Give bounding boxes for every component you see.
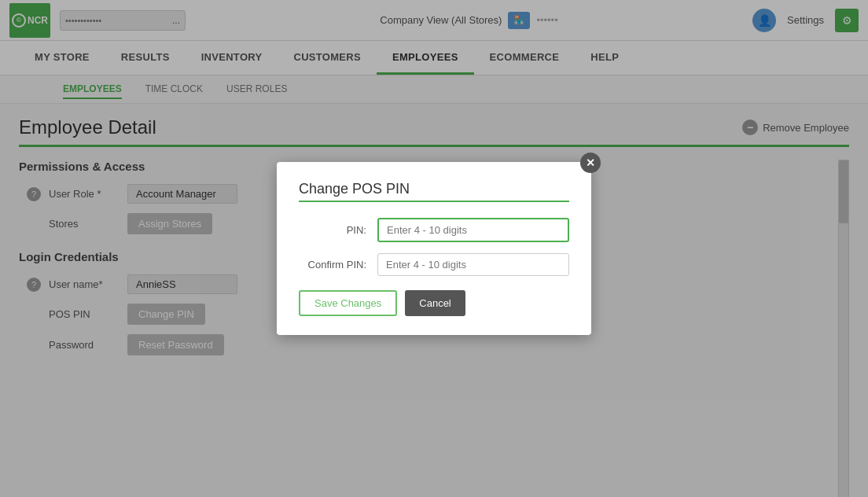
confirm-pin-input[interactable] [377,253,569,276]
modal-buttons: Save Changes Cancel [299,290,569,316]
modal-confirm-pin-label: Confirm PIN: [299,259,377,271]
modal-confirm-pin-row: Confirm PIN: [299,253,569,276]
modal-close-button[interactable]: ✕ [580,153,601,173]
modal-pin-label: PIN: [299,224,377,236]
change-pin-modal: ✕ Change POS PIN PIN: Confirm PIN: Save … [277,162,591,335]
pin-input[interactable] [377,218,569,242]
modal-overlay: ✕ Change POS PIN PIN: Confirm PIN: Save … [0,0,868,497]
modal-title-divider [299,201,569,202]
modal-save-button[interactable]: Save Changes [299,290,397,316]
modal-pin-row: PIN: [299,218,569,242]
modal-cancel-button[interactable]: Cancel [405,290,465,316]
modal-title: Change POS PIN [299,181,569,197]
